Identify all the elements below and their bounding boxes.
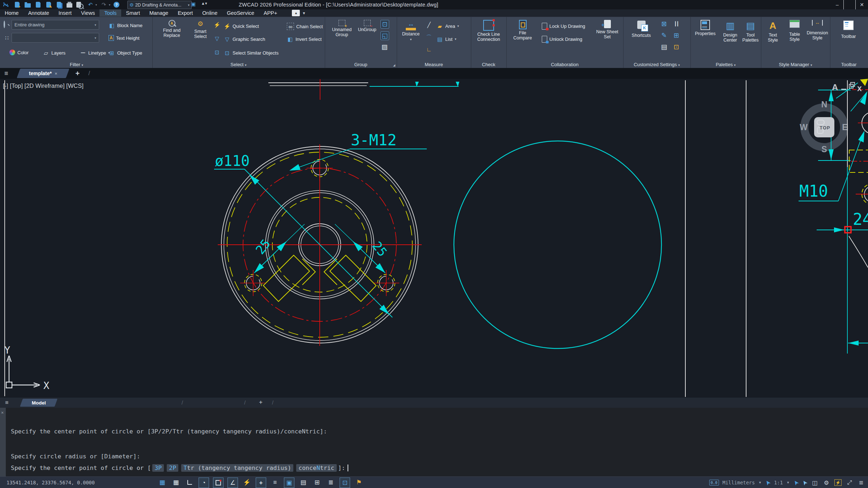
toolbar-button[interactable]: Toolbar [837, 21, 860, 39]
menu-geoservice[interactable]: GeoService [222, 9, 259, 17]
ribbon-pin-caret-icon[interactable]: ▼ [302, 11, 306, 15]
panel-label-collaboration[interactable]: Collaboration [506, 62, 623, 67]
workspace-switch-icon[interactable]: ◫ [811, 479, 819, 487]
auto-scale-icon[interactable]: ➤ [800, 478, 809, 487]
linked-list-icon[interactable] [672, 43, 680, 51]
grid-display-toggle[interactable] [157, 478, 167, 487]
prompt-option-concentric[interactable]: conceNtric [296, 464, 336, 472]
doc-tab-close-icon[interactable]: × [54, 71, 57, 76]
select-similar-mini-icon[interactable] [214, 49, 220, 55]
workspace-status-icon[interactable] [354, 478, 364, 487]
find-replace-button[interactable]: A Find and Replace [156, 20, 188, 38]
status-menu-icon[interactable] [857, 479, 865, 487]
menu-views[interactable]: Views [76, 9, 99, 17]
command-close-icon[interactable]: ✕ [1, 410, 4, 415]
collapse-ribbon-icon[interactable]: ▲▾ [201, 1, 207, 6]
units-label[interactable]: Millimeters [723, 480, 755, 485]
save-as-button[interactable]: ✎ [45, 1, 52, 8]
table-style-button[interactable]: Table Style [784, 20, 805, 42]
filter-value-select[interactable]: ▾ [12, 33, 99, 43]
undo-dropdown-icon[interactable]: ▾ [95, 3, 97, 7]
menu-manage[interactable]: Manage [145, 9, 173, 17]
ribbon-pin-button[interactable]: ▲ [292, 10, 300, 16]
new-doc-tab-button[interactable]: + [76, 69, 80, 78]
fullscreen-icon[interactable] [846, 479, 854, 487]
menu-tools[interactable]: Tools [99, 9, 121, 17]
tool-palettes-button[interactable]: Tool Palettes [741, 20, 760, 43]
unlock-drawing-button[interactable]: Unlock Drawing [542, 36, 582, 43]
annotation-scale-value[interactable]: 1:1 [774, 480, 783, 485]
distance-button[interactable]: Distance ▾ [399, 20, 423, 42]
panel-label-measure[interactable]: Measure [397, 62, 471, 67]
menu-app-plus[interactable]: APP+ [259, 9, 282, 17]
new-layout-button[interactable]: + [259, 399, 263, 406]
text-style-button[interactable]: Text Style [763, 20, 783, 43]
menu-insert[interactable]: Insert [54, 9, 76, 17]
annotation-scale-cursor-icon[interactable]: ➤ [763, 478, 772, 487]
copy-button[interactable] [55, 1, 63, 8]
measure-axis-icon[interactable] [426, 46, 432, 52]
menu-export[interactable]: Export [173, 9, 197, 17]
group-selection-toggle[interactable] [380, 20, 389, 29]
select-similar-button[interactable]: Select Similar Objects [224, 50, 278, 56]
dynamic-input-toggle[interactable] [284, 478, 294, 488]
scale-caret-icon[interactable]: ▼ [787, 481, 790, 484]
prompt-option-2p[interactable]: 2P [167, 464, 178, 472]
panel-label-filter[interactable]: Filter ▾ [1, 62, 152, 67]
smart-select-button[interactable]: Smart Select [189, 20, 212, 39]
menu-online[interactable]: Online [197, 9, 222, 17]
lineweight-toggle[interactable] [270, 478, 280, 487]
viewcube-top-label[interactable]: TOP [820, 125, 830, 130]
dimension-style-button[interactable]: ↔ Dimension Style [806, 20, 829, 41]
angle-snap-toggle[interactable] [227, 478, 238, 488]
quick-properties-toggle[interactable] [312, 478, 322, 487]
close-button[interactable]: ✕ [856, 0, 868, 9]
alias-editor-icon[interactable] [660, 20, 668, 28]
decimal-format-button[interactable]: 0.0 [709, 480, 719, 485]
menu-annotate[interactable]: Annotate [24, 9, 54, 17]
units-caret-icon[interactable]: ▼ [758, 481, 762, 484]
panel-label-group[interactable]: Group [325, 62, 397, 67]
shortcuts-button[interactable]: K Shortcuts [627, 21, 656, 38]
object-snap-tracking-toggle[interactable] [242, 478, 252, 487]
save-button[interactable] [34, 1, 42, 8]
qr-settings-icon[interactable] [672, 31, 680, 39]
unnamed-group-button[interactable]: + Unnamed Group [330, 20, 354, 38]
toolbox-icon[interactable]: ▣ [191, 1, 196, 7]
maximize-button[interactable] [843, 0, 856, 9]
graphic-search-button[interactable]: Graphic Search [224, 36, 265, 42]
list-button[interactable]: List▾ [437, 36, 456, 42]
layout-tab-model[interactable]: Model [20, 399, 58, 407]
layout-tabs-menu-icon[interactable] [5, 400, 8, 406]
properties-palette-button[interactable]: Properties [692, 20, 719, 36]
design-center-button[interactable]: Design Center [720, 20, 740, 43]
mdi-close-icon[interactable]: x [857, 84, 862, 93]
panel-label-check[interactable]: Check [471, 62, 506, 67]
viewcube-top-face[interactable]: TOP [814, 117, 834, 137]
settings-gear-icon[interactable] [822, 479, 830, 487]
command-prompt[interactable]: Specify the center point of circle or [ … [11, 464, 348, 472]
check-line-connection-button[interactable]: Check Line Connection [473, 20, 505, 42]
filter-text-height-button[interactable]: A Text Height [109, 35, 140, 41]
ungroup-button[interactable]: − UnGroup [357, 20, 378, 32]
drawing-viewport[interactable]: ø110 3-M12 25 [0, 79, 868, 398]
command-panel-gutter[interactable] [0, 408, 6, 476]
linetype-manager-icon[interactable] [672, 20, 680, 28]
menu-home[interactable]: Home [0, 9, 24, 17]
transparency-toggle[interactable] [326, 478, 336, 487]
group-dialog-launcher-icon[interactable]: ◢ [393, 64, 395, 67]
quick-select-button[interactable]: Quick Select [224, 23, 259, 29]
viewport-controls-label[interactable]: [-] [Top] [2D Wireframe] [WCS] [3, 82, 84, 89]
panel-label-toolbar[interactable]: Toolbar [830, 62, 868, 67]
annotation-visibility-icon[interactable]: ➤ [791, 478, 800, 487]
doc-tabs-menu-icon[interactable] [4, 70, 8, 77]
pgp-editor-icon[interactable] [660, 31, 668, 39]
measure-arc-icon[interactable] [426, 34, 432, 40]
graphic-search-mini-icon[interactable] [214, 35, 220, 42]
properties-toggle[interactable] [298, 478, 308, 487]
panel-label-palettes[interactable]: Palettes ▾ [690, 62, 761, 67]
filter-layers-button[interactable]: Layers [43, 50, 65, 56]
panel-label-customized-settings[interactable]: Customized Settings ▾ [623, 62, 690, 67]
measure-ruler-icon[interactable] [426, 21, 432, 28]
ortho-toggle[interactable] [185, 478, 195, 487]
